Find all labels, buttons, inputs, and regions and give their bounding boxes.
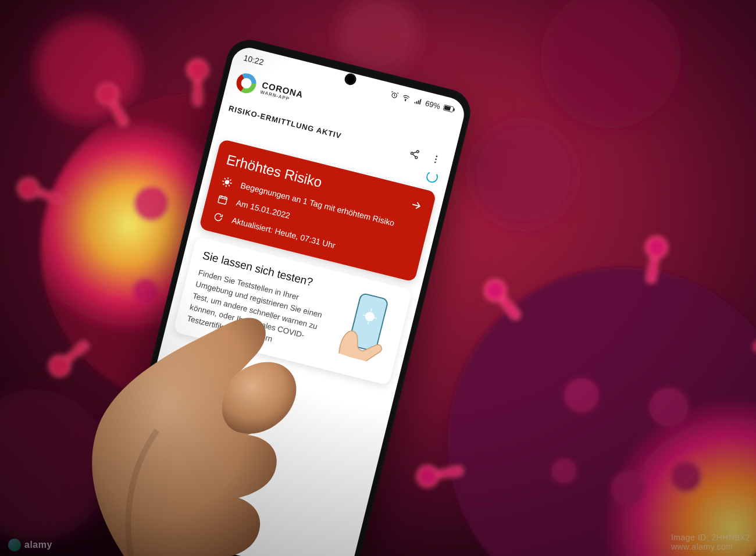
calendar-icon <box>216 193 230 206</box>
wifi-icon <box>401 93 411 103</box>
svg-point-59 <box>224 180 230 185</box>
loading-spinner-icon <box>425 170 439 184</box>
svg-point-1 <box>35 17 140 122</box>
svg-point-47 <box>671 462 701 492</box>
svg-point-23 <box>134 186 169 221</box>
svg-point-43 <box>564 378 599 413</box>
alarm-icon <box>390 90 400 100</box>
svg-point-5 <box>471 122 576 227</box>
svg-rect-51 <box>444 106 451 111</box>
svg-point-53 <box>416 150 419 153</box>
svg-point-26 <box>133 278 158 304</box>
svg-point-45 <box>611 471 646 506</box>
corona-warn-app-logo-icon <box>234 72 258 95</box>
arrow-right-icon <box>408 198 424 216</box>
more-menu-button[interactable] <box>425 149 446 170</box>
share-button[interactable] <box>404 144 425 165</box>
svg-point-8 <box>187 59 208 80</box>
signal-icon <box>413 96 423 106</box>
refresh-icon <box>212 211 226 223</box>
virus-icon <box>220 176 234 188</box>
watermark-logo: alamy <box>8 539 52 551</box>
svg-point-46 <box>551 458 577 484</box>
test-illustration <box>329 284 400 366</box>
status-time: 10:22 <box>243 53 265 67</box>
svg-point-44 <box>649 387 689 427</box>
svg-point-57 <box>435 158 437 160</box>
svg-point-58 <box>434 161 436 163</box>
battery-text: 69% <box>425 98 441 111</box>
svg-point-56 <box>436 155 437 157</box>
battery-icon <box>443 104 455 113</box>
svg-point-49 <box>405 100 406 101</box>
watermark-image-id: Image ID: 2HHN9X2 www.alamy.com <box>671 533 750 551</box>
